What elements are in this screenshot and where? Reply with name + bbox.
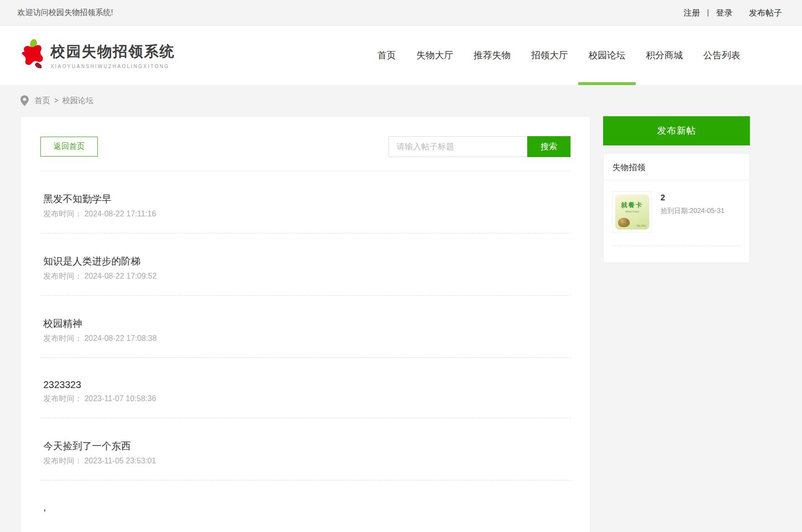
nav-item-points-mall[interactable]: 积分商城 [636, 26, 693, 85]
lost-item-name: 2 [660, 193, 725, 203]
lost-item-date-value: 2024-05-31 [690, 207, 725, 214]
sidebar: 发布新帖 失物招领 就餐卡 Meal Card No.001 2 拾到日期:20… [603, 116, 750, 263]
meal-card-food-graphic [618, 218, 630, 227]
breadcrumb-current: 校园论坛 [62, 96, 93, 106]
post-item: 知识是人类进步的阶梯 发布时间： 2024-08-22 17:09:52 [40, 233, 570, 296]
lost-found-card: 失物招领 就餐卡 Meal Card No.001 2 拾到日期:2024-05… [603, 153, 750, 263]
search-input[interactable] [389, 136, 527, 157]
post-time: 发布时间： 2024-08-22 17:11:16 [43, 209, 568, 219]
post-time-label: 发布时间： [43, 394, 82, 403]
post-item: 黑发不知勤学早 发布时间： 2024-08-22 17:11:16 [40, 171, 570, 233]
nav-item-recommended[interactable]: 推荐失物 [463, 26, 521, 85]
meal-card-number: No.001 [637, 224, 646, 227]
post-time: 发布时间： 2024-08-22 17:08:38 [43, 334, 568, 344]
lost-item-thumbnail: 就餐卡 Meal Card No.001 [612, 191, 652, 232]
register-link[interactable]: 注册 [684, 7, 700, 18]
divider [612, 246, 741, 246]
post-item: 今天捡到了一个东西 发布时间： 2023-11-05 23:53:01 [40, 418, 570, 480]
post-title[interactable]: 今天捡到了一个东西 [43, 440, 568, 453]
header: 校园失物招领系统 XIAOYUANSHIWUZHAOLINGXITONG 首页 … [0, 26, 802, 85]
post-title[interactable]: 校园精神 [43, 317, 568, 330]
post-time: 发布时间： 2024-08-22 17:09:52 [43, 271, 568, 282]
lost-item-info: 2 拾到日期:2024-05-31 [660, 191, 725, 232]
new-post-button[interactable]: 发布新帖 [603, 116, 750, 145]
post-time-label: 发布时间： [43, 457, 82, 465]
post-item: 2323323 发布时间： 2023-11-07 10:58:36 [40, 358, 570, 418]
breadcrumb-home-link[interactable]: 首页 [35, 96, 50, 106]
post-time: 发布时间： 2023-11-05 23:53:01 [43, 456, 568, 466]
post-title[interactable]: , [43, 502, 568, 513]
topbar: 欢迎访问校园失物招领系统! 注册 | 登录 发布帖子 [0, 0, 802, 26]
lost-item-date: 拾到日期:2024-05-31 [660, 207, 725, 215]
post-item: 校园精神 发布时间： 2024-08-22 17:08:38 [40, 296, 570, 358]
site-title: 校园失物招领系统 [51, 42, 175, 62]
post-time-value: 2024-08-22 17:11:16 [84, 210, 156, 218]
post-time-value: 2023-11-05 23:53:01 [84, 457, 156, 465]
nav-item-forum[interactable]: 校园论坛 [578, 26, 636, 85]
logo-icon [18, 38, 46, 72]
logo-text: 校园失物招领系统 XIAOYUANSHIWUZHAOLINGXITONG [51, 42, 175, 69]
site-logo[interactable]: 校园失物招领系统 XIAOYUANSHIWUZHAOLINGXITONG [18, 38, 175, 72]
nav-item-lost-hall[interactable]: 失物大厅 [406, 26, 463, 85]
topbar-links: 注册 | 登录 发布帖子 [684, 7, 782, 18]
forum-panel: 返回首页 搜索 黑发不知勤学早 发布时间： 2024-08-22 17:11:1… [20, 116, 590, 532]
lost-item-date-label: 拾到日期: [660, 207, 690, 214]
breadcrumb-separator: > [54, 96, 58, 105]
lost-found-item[interactable]: 就餐卡 Meal Card No.001 2 拾到日期:2024-05-31 [604, 180, 749, 232]
nav-item-announcements[interactable]: 公告列表 [693, 26, 750, 85]
breadcrumb: 首页 > 校园论坛 [0, 85, 802, 116]
post-time-value: 2023-11-07 10:58:36 [84, 394, 156, 403]
welcome-text: 欢迎访问校园失物招领系统! [18, 8, 113, 18]
location-pin-icon [20, 95, 29, 106]
meal-card-subtext: Meal Card [615, 210, 649, 213]
post-time-value: 2024-08-22 17:09:52 [84, 272, 157, 280]
post-topic-link[interactable]: 发布帖子 [749, 7, 782, 18]
post-time-value: 2024-08-22 17:08:38 [84, 334, 157, 342]
post-time-label: 发布时间： [43, 334, 82, 342]
lost-found-card-title: 失物招领 [604, 154, 749, 180]
nav-item-home[interactable]: 首页 [367, 26, 406, 85]
post-list: 黑发不知勤学早 发布时间： 2024-08-22 17:11:16 知识是人类进… [40, 171, 570, 527]
content-area: 返回首页 搜索 黑发不知勤学早 发布时间： 2024-08-22 17:11:1… [0, 116, 802, 532]
back-home-button[interactable]: 返回首页 [40, 137, 98, 157]
site-subtitle: XIAOYUANSHIWUZHAOLINGXITONG [51, 64, 175, 69]
post-time-label: 发布时间： [43, 210, 82, 218]
post-time-label: 发布时间： [43, 272, 82, 280]
search-button[interactable]: 搜索 [527, 136, 570, 157]
nav-item-claim-hall[interactable]: 招领大厅 [521, 26, 578, 85]
panel-toolbar: 返回首页 搜索 [40, 136, 570, 157]
search-box: 搜索 [389, 136, 570, 157]
meal-card-text: 就餐卡 [615, 201, 649, 210]
post-title[interactable]: 黑发不知勤学早 [43, 193, 568, 206]
post-title[interactable]: 2323323 [43, 379, 568, 390]
main-nav: 首页 失物大厅 推荐失物 招领大厅 校园论坛 积分商城 公告列表 [367, 26, 750, 85]
topbar-separator: | [707, 8, 709, 18]
login-link[interactable]: 登录 [716, 7, 732, 18]
post-title[interactable]: 知识是人类进步的阶梯 [43, 255, 568, 268]
meal-card-image: 就餐卡 Meal Card No.001 [615, 195, 649, 230]
post-time: 发布时间： 2023-11-07 10:58:36 [43, 394, 568, 404]
post-item: , [40, 480, 570, 527]
